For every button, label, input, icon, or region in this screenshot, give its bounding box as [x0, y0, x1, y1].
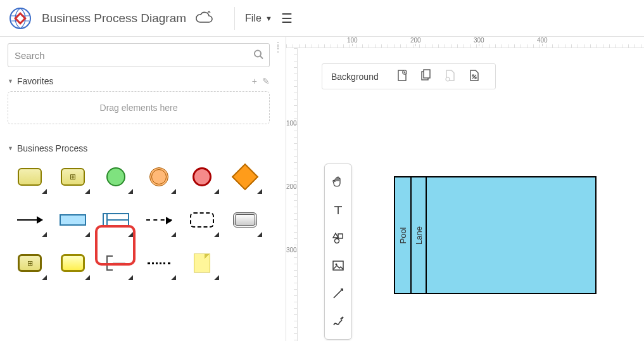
shape-message-flow[interactable]: [141, 202, 177, 238]
image-tool-icon[interactable]: [324, 252, 352, 280]
collapse-caret-icon: ▼: [8, 78, 13, 84]
vertical-ruler: 100 200 300: [286, 48, 298, 341]
ruler-tick: 400: [537, 37, 548, 44]
canvas-mini-toolbar: [324, 164, 352, 340]
expand-page-icon[interactable]: [469, 69, 480, 84]
shape-text-annotation[interactable]: [98, 245, 134, 281]
horizontal-ruler: 100 200 300 400: [286, 37, 644, 48]
svg-point-8: [446, 77, 450, 81]
palette-header[interactable]: ▼Business Process: [8, 143, 270, 153]
panel-drag-handle[interactable]: ⋮⋮: [274, 43, 283, 51]
freehand-tool-icon[interactable]: [324, 307, 352, 335]
pan-tool-icon[interactable]: [324, 168, 352, 196]
search-icon[interactable]: [253, 49, 263, 61]
lane-body[interactable]: [427, 177, 595, 293]
caret-down-icon: ▼: [265, 15, 272, 22]
hamburger-menu-icon[interactable]: ☰: [281, 11, 293, 26]
file-menu[interactable]: File ▼: [245, 13, 272, 24]
ruler-tick: 200: [286, 183, 297, 190]
favorites-drop-zone[interactable]: Drag elements here: [8, 91, 270, 124]
shape-transaction[interactable]: [227, 202, 263, 238]
shape-sequence-flow[interactable]: [11, 202, 48, 238]
shape-call-activity[interactable]: [11, 245, 48, 281]
ruler-tick: 300: [474, 37, 484, 44]
svg-rect-11: [333, 261, 343, 270]
bg-toolbar-label: Background: [331, 72, 379, 82]
svg-line-13: [334, 289, 343, 298]
svg-rect-9: [338, 234, 343, 238]
ruler-tick: 100: [347, 37, 358, 44]
ruler-tick: 100: [286, 120, 297, 127]
line-tool-icon[interactable]: [324, 280, 352, 307]
shape-lane[interactable]: [98, 202, 134, 238]
shape-pool[interactable]: [54, 202, 91, 238]
lane-header[interactable]: Lane: [412, 177, 427, 293]
favorites-header[interactable]: ▼Favorites + ✎: [8, 76, 270, 86]
svg-line-4: [260, 56, 263, 59]
add-favorite-icon[interactable]: +: [252, 76, 257, 86]
pool-label: Pool: [398, 227, 408, 243]
top-toolbar: Business Process Diagram File ▼ ☰: [0, 0, 644, 37]
svg-point-10: [335, 239, 339, 243]
shape-subprocess[interactable]: [54, 158, 91, 195]
search-input[interactable]: [8, 43, 270, 67]
palette-title: Business Process: [17, 143, 87, 153]
ruler-tick: 200: [410, 37, 421, 44]
shape-association[interactable]: [141, 245, 177, 281]
copy-page-icon[interactable]: [420, 69, 432, 84]
app-logo: [8, 6, 33, 31]
pool-header[interactable]: Pool: [395, 177, 412, 293]
shape-call-activity-2[interactable]: [54, 245, 91, 281]
svg-point-3: [255, 51, 261, 57]
ruler-tick: 300: [286, 247, 297, 254]
shape-task[interactable]: [11, 158, 48, 195]
shape-sticky-note[interactable]: [184, 245, 220, 281]
lane-label: Lane: [414, 226, 424, 245]
pool-element[interactable]: Pool Lane: [394, 176, 597, 294]
file-menu-label: File: [245, 13, 262, 24]
favorites-title: Favorites: [17, 76, 54, 86]
diagram-canvas[interactable]: 100 200 300 400 100 200 300 Background: [286, 37, 644, 341]
shapes-tool-icon[interactable]: [324, 224, 352, 252]
collapse-caret-icon: ▼: [8, 145, 13, 151]
svg-point-12: [336, 264, 338, 266]
link-page-icon: [445, 69, 456, 84]
divider: [234, 7, 235, 30]
shape-sidebar: ⋮⋮ ▼Favorites + ✎ Drag elements here ▼Bu…: [0, 37, 286, 341]
document-title[interactable]: Business Process Diagram: [42, 11, 186, 25]
edit-favorites-icon[interactable]: ✎: [262, 76, 270, 86]
shape-gateway[interactable]: [227, 158, 263, 195]
background-toolbar: Background: [322, 63, 496, 89]
cloud-sync-icon[interactable]: [195, 11, 213, 25]
shape-end-event[interactable]: [184, 158, 220, 195]
add-page-icon[interactable]: [396, 69, 408, 84]
shape-intermediate-event[interactable]: [141, 158, 177, 195]
shape-event-subprocess[interactable]: [184, 202, 220, 238]
svg-rect-7: [424, 70, 430, 78]
shape-palette: [8, 158, 278, 281]
shape-start-event[interactable]: [98, 158, 134, 195]
text-tool-icon[interactable]: [324, 196, 352, 224]
drop-hint-text: Drag elements here: [100, 103, 178, 113]
